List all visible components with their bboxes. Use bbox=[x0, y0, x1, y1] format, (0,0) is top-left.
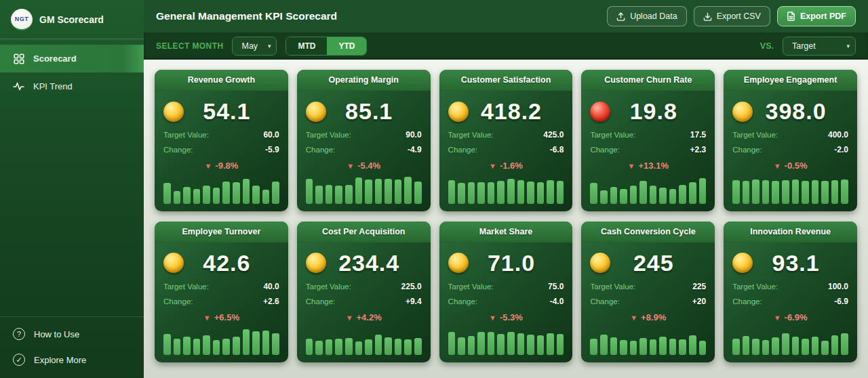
status-dot bbox=[448, 253, 469, 273]
target-value: 225.0 bbox=[401, 282, 422, 291]
spark-bar bbox=[345, 185, 353, 204]
spark-bar bbox=[762, 180, 770, 203]
spark-bar bbox=[792, 337, 800, 355]
header: General Management KPI Scorecard Upload … bbox=[144, 0, 868, 33]
spark-bar bbox=[262, 331, 270, 355]
spark-bar bbox=[610, 187, 618, 203]
document-icon bbox=[787, 12, 795, 21]
download-icon bbox=[703, 12, 712, 21]
change-label: Change: bbox=[448, 146, 477, 154]
spark-bar bbox=[326, 185, 333, 204]
sidebar-item-label: Scorecard bbox=[33, 54, 77, 64]
spark-bar bbox=[812, 337, 819, 355]
change-value: +2.3 bbox=[690, 145, 706, 154]
help-icon: ? bbox=[13, 328, 25, 340]
spark-bar bbox=[639, 181, 647, 204]
spark-bar bbox=[630, 186, 637, 203]
spark-bar bbox=[468, 336, 475, 355]
spark-bar bbox=[821, 341, 829, 355]
triangle-down-icon: ▼ bbox=[489, 162, 496, 170]
triangle-down-icon: ▼ bbox=[489, 314, 496, 322]
target-row: Target Value: 40.0 bbox=[163, 282, 279, 291]
spark-bar bbox=[233, 182, 240, 203]
spark-bar bbox=[163, 183, 171, 203]
sparkline bbox=[732, 175, 848, 204]
spark-bar bbox=[183, 337, 191, 355]
spark-bar bbox=[650, 186, 657, 204]
target-label: Target Value: bbox=[306, 131, 351, 139]
how-to-use-link[interactable]: ? How to Use bbox=[0, 321, 144, 347]
kpi-card-body: 42.6 Target Value: 40.0 Change: +2.6 ▼+6… bbox=[155, 243, 288, 363]
ytd-toggle-button[interactable]: YTD bbox=[327, 37, 366, 55]
target-row: Target Value: 60.0 bbox=[163, 130, 279, 140]
spark-bar bbox=[821, 181, 829, 204]
spark-bar bbox=[203, 335, 210, 355]
spark-bar bbox=[193, 339, 201, 355]
export-csv-button[interactable]: Export CSV bbox=[694, 6, 770, 26]
kpi-card-title: Employee Turnover bbox=[155, 222, 288, 243]
logo: NGT bbox=[11, 9, 33, 30]
sidebar-item-scorecard[interactable]: Scorecard bbox=[0, 45, 144, 72]
export-pdf-button[interactable]: Export PDF bbox=[777, 6, 856, 26]
month-select-wrap: May ▾ bbox=[232, 37, 277, 56]
target-label: Target Value: bbox=[448, 282, 494, 291]
spark-bar bbox=[639, 338, 647, 355]
spark-bar bbox=[243, 329, 250, 355]
upload-data-button[interactable]: Upload Data bbox=[607, 6, 687, 26]
target-label: Target Value: bbox=[732, 282, 778, 291]
kpi-card: Employee Turnover 42.6 Target Value: 40.… bbox=[155, 222, 288, 363]
spark-bar bbox=[610, 337, 618, 355]
triangle-down-icon: ▼ bbox=[630, 314, 637, 322]
kpi-value: 398.0 bbox=[753, 98, 848, 125]
spark-bar bbox=[812, 180, 819, 203]
check-circle-icon: ✓ bbox=[13, 354, 25, 366]
spark-bar bbox=[732, 339, 740, 355]
explore-more-link[interactable]: ✓ Explore More bbox=[0, 347, 144, 373]
export-pdf-label: Export PDF bbox=[800, 12, 846, 21]
kpi-card-title: Revenue Growth bbox=[155, 70, 288, 91]
brand: NGT GM Scorecard bbox=[0, 0, 144, 39]
sidebar-item-kpi-trend[interactable]: KPI Trend bbox=[0, 72, 144, 100]
target-label: Target Value: bbox=[448, 131, 494, 139]
spark-bar bbox=[507, 332, 515, 355]
change-value: -5.9 bbox=[265, 145, 279, 154]
month-select[interactable]: May bbox=[232, 37, 277, 56]
spark-bar bbox=[404, 339, 412, 355]
kpi-card-top: 234.4 bbox=[306, 250, 422, 276]
target-label: Target Value: bbox=[306, 282, 351, 291]
spark-bar bbox=[557, 181, 564, 204]
spark-bar bbox=[537, 335, 545, 355]
spark-bar bbox=[689, 335, 696, 355]
delta-percent: -6.9% bbox=[785, 312, 808, 322]
spark-bar bbox=[326, 339, 333, 355]
spark-bar bbox=[772, 337, 779, 355]
spark-bar bbox=[488, 182, 495, 204]
kpi-card: Revenue Growth 54.1 Target Value: 60.0 C… bbox=[155, 70, 288, 211]
change-row: Change: +9.4 bbox=[306, 297, 422, 306]
kpi-value: 19.8 bbox=[610, 98, 706, 125]
status-dot bbox=[732, 253, 753, 273]
spark-bar bbox=[527, 335, 534, 355]
triangle-down-icon: ▼ bbox=[203, 314, 211, 322]
change-row: Change: -4.0 bbox=[448, 297, 564, 306]
spark-bar bbox=[792, 180, 800, 203]
kpi-card: Innovation Revenue 93.1 Target Value: 10… bbox=[724, 222, 857, 363]
spark-bar bbox=[345, 338, 353, 355]
spark-bar bbox=[507, 179, 515, 204]
target-row: Target Value: 225 bbox=[590, 282, 706, 291]
spark-bar bbox=[395, 339, 402, 355]
spark-bar bbox=[600, 335, 608, 355]
kpi-card-title: Cash Conversion Cycle bbox=[581, 222, 715, 243]
spark-bar bbox=[163, 334, 171, 355]
spark-bar bbox=[458, 337, 465, 355]
target-value: 40.0 bbox=[263, 282, 279, 291]
mtd-toggle-button[interactable]: MTD bbox=[286, 37, 327, 55]
vs-select[interactable]: Target bbox=[783, 37, 856, 56]
spark-bar bbox=[547, 180, 554, 203]
spark-bar bbox=[448, 180, 456, 203]
target-row: Target Value: 100.0 bbox=[732, 282, 848, 291]
triangle-down-icon: ▼ bbox=[628, 162, 635, 170]
target-row: Target Value: 225.0 bbox=[306, 282, 422, 291]
spark-bar bbox=[213, 340, 220, 355]
change-row: Change: +2.3 bbox=[590, 145, 706, 154]
